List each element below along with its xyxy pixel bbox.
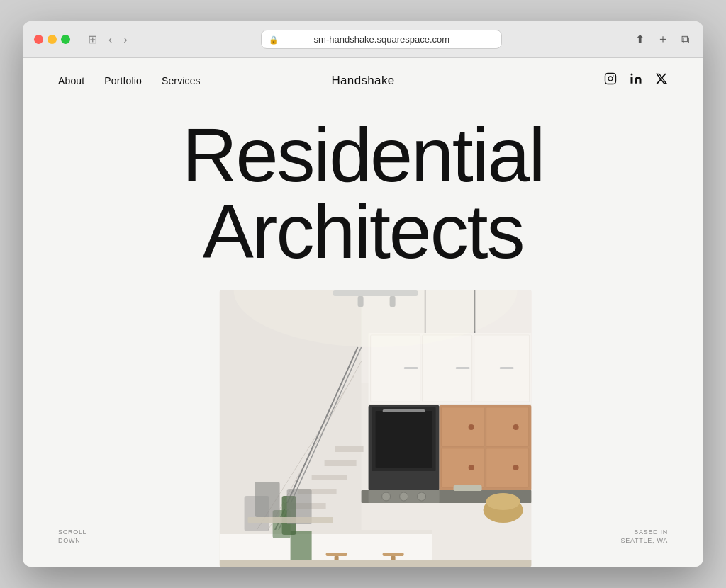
browser-nav-controls: ⊞ ‹ › [84, 31, 131, 47]
svg-point-63 [486, 493, 520, 510]
browser-actions: ⬆ ＋ ⧉ [632, 30, 692, 48]
share-button[interactable]: ⬆ [632, 31, 647, 47]
linkedin-icon[interactable] [630, 72, 642, 89]
nav-links-left: About Portfolio Services [58, 75, 201, 86]
twitter-icon[interactable] [655, 72, 668, 89]
traffic-light-maximize[interactable] [61, 35, 70, 44]
forward-button[interactable]: › [120, 32, 130, 47]
nav-link-portfolio[interactable]: Portfolio [104, 75, 142, 86]
navigation: About Portfolio Services Handshake [23, 58, 703, 103]
svg-rect-0 [605, 74, 616, 84]
svg-rect-40 [442, 407, 484, 446]
svg-rect-41 [486, 407, 529, 446]
tabs-button[interactable]: ⧉ [678, 32, 692, 47]
scroll-down-indicator: SCROLL DOWN [58, 528, 86, 545]
svg-rect-37 [376, 411, 432, 468]
svg-point-3 [631, 74, 633, 76]
based-in-indicator: BASED IN SEATTLE, WA [621, 528, 668, 545]
svg-point-44 [469, 424, 474, 430]
svg-rect-38 [383, 409, 425, 412]
hero-headline-line2: Architects [23, 193, 703, 270]
sidebar-toggle-button[interactable]: ⊞ [84, 31, 101, 47]
nav-link-about[interactable]: About [58, 75, 84, 86]
traffic-light-close[interactable] [34, 35, 43, 44]
hero-section: Residential Architects [23, 103, 703, 567]
svg-point-2 [613, 75, 614, 76]
hero-image [220, 290, 532, 567]
based-in-text: BASED IN SEATTLE, WA [621, 528, 668, 545]
traffic-lights [34, 35, 70, 44]
instagram-icon[interactable] [604, 72, 617, 89]
svg-point-1 [608, 77, 613, 81]
nav-link-services[interactable]: Services [162, 75, 201, 86]
svg-rect-43 [486, 448, 529, 487]
svg-rect-64 [454, 485, 482, 491]
svg-rect-32 [404, 367, 418, 369]
svg-point-66 [382, 492, 391, 501]
svg-point-67 [400, 492, 408, 501]
svg-rect-17 [325, 460, 357, 466]
svg-rect-34 [500, 367, 514, 369]
svg-rect-53 [383, 553, 404, 556]
back-button[interactable]: ‹ [105, 32, 116, 47]
svg-point-68 [418, 492, 426, 501]
svg-point-45 [513, 424, 519, 430]
address-bar-wrapper: sm-handshake.squarespace.com [140, 30, 624, 49]
svg-rect-18 [335, 446, 364, 452]
browser-chrome: ⊞ ‹ › sm-handshake.squarespace.com ⬆ ＋ ⧉ [23, 21, 703, 58]
hero-headline-block: Residential Architects [23, 117, 703, 270]
website-content: About Portfolio Services Handshake [23, 58, 703, 567]
svg-point-47 [513, 465, 519, 470]
traffic-light-minimize[interactable] [48, 35, 57, 44]
hero-headline-line1: Residential [23, 117, 703, 193]
nav-brand-center: Handshake [331, 74, 394, 88]
browser-window: ⊞ ‹ › sm-handshake.squarespace.com ⬆ ＋ ⧉… [23, 21, 703, 567]
svg-rect-16 [312, 475, 347, 480]
svg-point-46 [469, 465, 474, 470]
new-tab-button[interactable]: ＋ [654, 30, 671, 48]
svg-rect-60 [245, 496, 269, 531]
brand-name[interactable]: Handshake [331, 74, 394, 87]
address-bar[interactable]: sm-handshake.squarespace.com [261, 30, 502, 49]
svg-rect-42 [442, 448, 484, 487]
svg-rect-33 [456, 367, 470, 369]
svg-rect-51 [326, 553, 347, 556]
scroll-down-text: SCROLL DOWN [58, 528, 86, 545]
svg-rect-69 [220, 560, 532, 567]
svg-rect-61 [248, 517, 333, 523]
nav-social-links [604, 72, 668, 89]
